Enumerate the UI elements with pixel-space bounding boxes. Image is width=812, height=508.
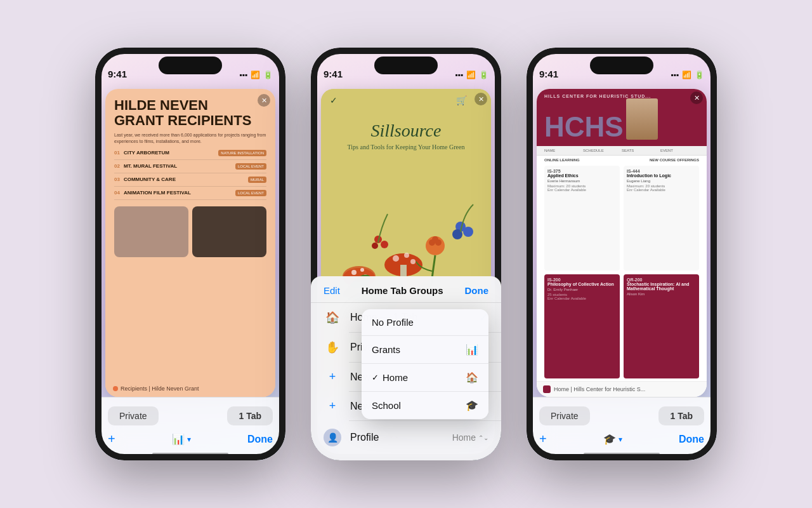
status-time: 9:41: [108, 69, 127, 79]
school-option[interactable]: School 🎓: [362, 392, 488, 419]
course-code: IS-375: [547, 169, 617, 173]
course-title: Stochastic Inspiration: AI and Mathemati…: [627, 282, 696, 291]
hchs-logo-text: HCHS: [544, 113, 624, 141]
list-item: 02 MT. MURAL FESTIVAL LOCAL EVENT: [114, 163, 266, 173]
edit-button[interactable]: Edit: [324, 285, 340, 296]
add-tab-button[interactable]: +: [539, 432, 547, 446]
list-item: 01 CITY ARBORETUM NATURE INSTALLATION: [114, 150, 266, 160]
list-item: 04 ANIMATION FILM FESTIVAL LOCAL EVENT: [114, 190, 266, 200]
sillsource-title: Sillsource: [371, 121, 442, 141]
item-number: 03: [114, 177, 120, 182]
hilde-subtitle: Last year, we received more than 6,000 a…: [114, 132, 266, 145]
chevron-down-icon: ▾: [187, 435, 191, 444]
course-details: Maximum: 20 studentsEnr Calendar Availab…: [627, 184, 696, 192]
school-icon: 🎓: [466, 399, 478, 411]
done-button[interactable]: Done: [679, 434, 704, 445]
course-title: Introduction to Logic: [627, 173, 696, 178]
hilde-title: HILDE NEVENGRANT RECIPIENTS: [114, 98, 266, 128]
grants-icon: 📊: [172, 433, 185, 445]
svg-point-20: [381, 241, 388, 248]
close-button[interactable]: ✕: [475, 93, 487, 105]
tab-count-button[interactable]: 1 Tab: [227, 406, 273, 425]
section-labels: ONLINE LEARNING NEW COURSE OFFERINGS: [537, 156, 707, 163]
home-option[interactable]: ✓ Home 🏠: [362, 364, 488, 391]
col-name: NAME: [544, 149, 583, 152]
course-item: QR-200 Stochastic Inspiration: AI and Ma…: [624, 274, 699, 379]
tab-count-button[interactable]: 1 Tab: [658, 406, 704, 425]
battery-icon: 🔋: [263, 70, 273, 79]
add-tab-button[interactable]: +: [108, 432, 115, 446]
dynamic-island: [374, 57, 438, 74]
item-tag: MURAL: [248, 177, 266, 183]
url-bar: Home | Hills Center for Heuristic S...: [537, 381, 707, 397]
close-button[interactable]: ✕: [690, 91, 703, 104]
no-profile-option[interactable]: No Profile: [362, 309, 488, 335]
add-icon: +: [324, 399, 341, 413]
back-chevron-icon[interactable]: ✓: [330, 95, 337, 105]
phone-1: 9:41 ▪▪▪ 📶 🔋 ✕ HILDE NEVENGRANT RECIPIEN…: [95, 48, 285, 460]
home-tab-icon: 🏠: [324, 311, 341, 324]
action-row: + 🎓 ▾ Done: [539, 429, 704, 446]
grants-label: Grants: [372, 344, 400, 355]
no-profile-label: No Profile: [372, 317, 414, 328]
signal-icon: ▪▪▪: [239, 70, 247, 79]
url-text: Home | Hills Center for Heuristic S...: [554, 386, 645, 392]
profile-selector[interactable]: 📊 ▾: [172, 433, 191, 445]
private-tab-button[interactable]: Private: [108, 406, 159, 425]
wifi-icon: 📶: [682, 70, 691, 79]
course-instructor: Dr. Emily Penhaer: [547, 288, 617, 291]
action-row: + 📊 ▾ Done: [108, 429, 273, 446]
phone2-content: 9:41 ▪▪▪ 📶 🔋 ✕ ✓ 🛒 Sillsource Tips and T…: [311, 48, 501, 460]
profile-selector[interactable]: 🎓 ▾: [603, 433, 622, 445]
school-label: School: [372, 400, 401, 411]
statue-image: [626, 98, 658, 140]
browser-card-3[interactable]: HILLS CENTER FOR HEURISTIC STUD... ✕ HCH…: [537, 89, 707, 397]
private-tab-button[interactable]: Private: [539, 406, 590, 425]
hchs-header-text: HILLS CENTER FOR HEURISTIC STUD...: [544, 94, 699, 98]
private-tab-icon: ✋: [324, 340, 341, 354]
done-button[interactable]: Done: [247, 434, 273, 445]
hchs-table-header: NAME SCHEDULE SEATS EVENT: [537, 146, 707, 156]
col-schedule: SCHEDULE: [583, 149, 622, 152]
sillsource-subtitle: Tips and Tools for Keeping Your Home Gre…: [348, 144, 465, 150]
course-details: Maximum: 20 studentsEnr Calendar Availab…: [547, 184, 617, 192]
course-title: Philosophy of Collective Action: [547, 282, 617, 286]
item-tag: LOCAL EVENT: [235, 163, 266, 170]
phone3-content: 9:41 ▪▪▪ 📶 🔋 HILLS CENTER FOR HEURISTIC …: [527, 48, 717, 460]
courses-grid: IS-375 Applied Ethics Everie Hermansum M…: [537, 163, 707, 381]
browser-card-1[interactable]: ✕ HILDE NEVENGRANT RECIPIENTS Last year,…: [105, 89, 275, 397]
favicon: [543, 385, 551, 393]
course-item: IS-375 Applied Ethics Everie Hermansum M…: [544, 166, 620, 271]
profile-row[interactable]: 👤 Profile Home ⌃⌄: [311, 421, 501, 454]
add-icon: +: [324, 370, 341, 384]
home-icon: 🏠: [466, 371, 478, 384]
wifi-icon: 📶: [251, 70, 260, 79]
col-seats: SEATS: [622, 149, 660, 152]
col-event: EVENT: [660, 149, 699, 152]
item-title: COMMUNITY & CARE: [124, 177, 244, 182]
course-instructor: Everie Hermansum: [547, 179, 617, 183]
profile-value: Home ⌃⌄: [452, 432, 488, 443]
svg-point-9: [393, 255, 399, 262]
cart-icon[interactable]: 🛒: [456, 95, 467, 105]
grants-option[interactable]: Grants 📊: [362, 336, 488, 363]
svg-point-5: [360, 268, 364, 272]
hchs-header: HILLS CENTER FOR HEURISTIC STUD... ✕ HCH…: [537, 89, 707, 146]
status-time: 9:41: [324, 69, 343, 79]
grants-icon: 📊: [466, 344, 478, 356]
home-indicator: [584, 453, 660, 455]
close-button[interactable]: ✕: [258, 94, 270, 107]
panel-header: Edit Home Tab Groups Done: [311, 276, 501, 303]
bottom-bar-1: Private 1 Tab + 📊 ▾ Done: [95, 397, 285, 460]
svg-point-10: [404, 253, 409, 258]
hilde-card-content: ✕ HILDE NEVENGRANT RECIPIENTS Last year,…: [105, 89, 275, 397]
course-details: 25 studentsEnr Calendar Available: [547, 293, 617, 300]
item-number: 04: [114, 190, 120, 196]
chevron-icon: ⌃⌄: [478, 434, 488, 441]
item-tag: LOCAL EVENT: [235, 190, 266, 196]
panel-done-button[interactable]: Done: [464, 285, 488, 296]
status-icons: ▪▪▪ 📶 🔋: [239, 70, 273, 79]
profile-home-label: Home: [452, 432, 476, 443]
svg-point-4: [351, 270, 357, 275]
svg-point-17: [463, 227, 473, 237]
